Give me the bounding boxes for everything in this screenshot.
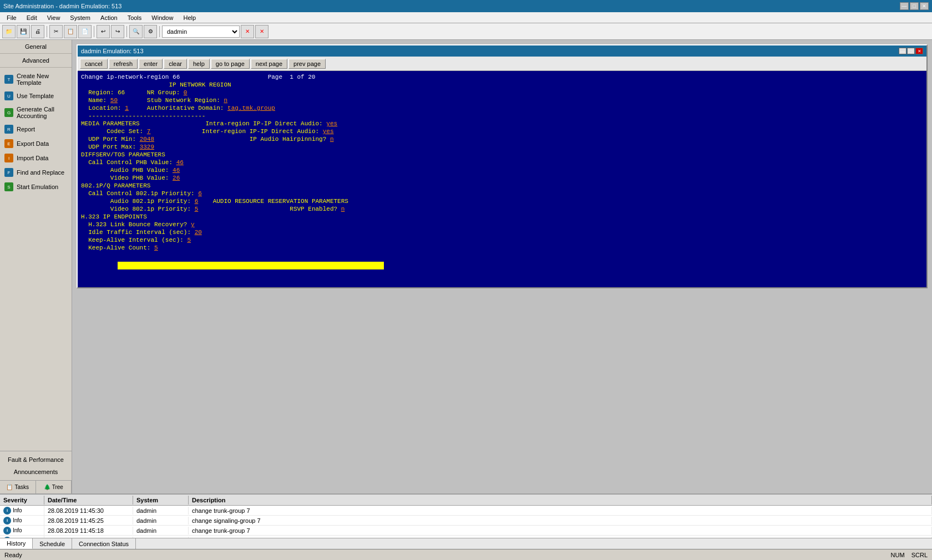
main-area: General Advanced T Create New Template U…: [0, 40, 932, 493]
menu-help[interactable]: Help: [179, 13, 200, 22]
terminal-line-2: Location: 1 Authoritative Domain: tag.tm…: [81, 104, 923, 112]
generate-call-icon: G: [4, 108, 13, 117]
terminal-line-15: Video 802.1p Priority: 5 RSVP Enabled? n: [81, 205, 923, 213]
menu-edit[interactable]: Edit: [22, 13, 42, 22]
terminal-line-7: UDP Port Max: 3329: [81, 143, 923, 151]
enter-btn[interactable]: enter: [139, 59, 163, 69]
menu-window[interactable]: Window: [147, 13, 178, 22]
terminal-line-8: DIFFSERV/TOS PARAMETERS: [81, 151, 923, 159]
close-button[interactable]: ✕: [920, 2, 929, 10]
emulation-toolbar: cancel refresh enter clear help go to pa…: [78, 57, 926, 71]
emulation-title: dadmin Emulation: 513: [81, 48, 144, 54]
terminal-line-10: Audio PHB Value: 46: [81, 166, 923, 174]
minimize-button[interactable]: —: [900, 2, 909, 10]
sidebar-header: General Advanced: [0, 40, 72, 68]
num-indicator: NUM: [891, 552, 905, 558]
toolbar-btn-3[interactable]: 🖨: [31, 25, 44, 38]
prev-page-btn[interactable]: prev page: [288, 59, 326, 69]
terminal-header: Change ip-network-region 66 Page 1 of 20: [81, 73, 923, 81]
toolbar-btn-9[interactable]: 🔍: [129, 25, 143, 38]
toolbar-connect-btn[interactable]: ✕: [241, 25, 254, 38]
terminal-center-title: IP NETWORK REGION: [81, 81, 923, 89]
next-page-btn[interactable]: next page: [251, 59, 287, 69]
start-emulation-icon: S: [4, 182, 13, 191]
sidebar-nav: T Create New Template U Use Template G G…: [0, 68, 72, 451]
terminal-line-17: H.323 Link Bounce Recovery? y: [81, 221, 923, 228]
title-bar-text: Site Administration - dadmin Emulation: …: [3, 3, 121, 9]
system-dropdown[interactable]: dadmin: [162, 26, 240, 38]
menu-file[interactable]: File: [2, 13, 21, 22]
toolbar-btn-1[interactable]: 📁: [2, 25, 16, 38]
terminal-line-19: Keep-Alive Interval (sec): 5: [81, 236, 923, 244]
toolbar-btn-6[interactable]: 📄: [78, 25, 92, 38]
sidebar-item-find-replace[interactable]: F Find and Replace: [0, 165, 72, 180]
emu-close-btn[interactable]: ✕: [915, 48, 923, 54]
sidebar-item-use-template[interactable]: U Use Template: [0, 89, 72, 103]
terminal-display[interactable]: Change ip-network-region 66 Page 1 of 20…: [78, 71, 926, 287]
maximize-button[interactable]: □: [910, 2, 919, 10]
go-to-page-btn[interactable]: go to page: [211, 59, 250, 69]
announcements-btn[interactable]: Announcements: [0, 466, 72, 478]
report-icon: R: [4, 125, 13, 134]
history-tab[interactable]: History: [0, 538, 33, 549]
toolbar-btn-2[interactable]: 💾: [17, 25, 30, 38]
clear-btn[interactable]: clear: [164, 59, 187, 69]
sidebar-item-report[interactable]: R Report: [0, 122, 72, 136]
fault-performance-btn[interactable]: Fault & Performance: [0, 454, 72, 466]
log-system-0: dadmin: [133, 507, 189, 515]
sidebar-item-create-template[interactable]: T Create New Template: [0, 70, 72, 89]
cancel-btn[interactable]: cancel: [80, 59, 108, 69]
toolbar-btn-7[interactable]: ↩: [97, 25, 110, 38]
menu-tools[interactable]: Tools: [123, 13, 146, 22]
connection-status-tab[interactable]: Connection Status: [72, 538, 136, 549]
create-template-icon: T: [4, 75, 13, 84]
menu-system[interactable]: System: [65, 13, 95, 22]
export-icon: E: [4, 139, 13, 148]
toolbar-btn-8[interactable]: ↪: [111, 25, 124, 38]
log-datetime-1: 28.08.2019 11:45:25: [44, 517, 133, 525]
terminal-line-12: 802.1P/Q PARAMETERS: [81, 182, 923, 190]
advanced-button[interactable]: Advanced: [0, 54, 72, 68]
col-system: System: [133, 496, 189, 505]
sidebar-item-import[interactable]: I Import Data: [0, 151, 72, 165]
terminal-line-9: Call Control PHB Value: 46: [81, 159, 923, 166]
sidebar-item-label: Use Template: [17, 93, 54, 99]
log-row: i Info 28.08.2019 11:45:25 dadmin change…: [0, 516, 932, 526]
toolbar: 📁 💾 🖨 ✂ 📋 📄 ↩ ↪ 🔍 ⚙ dadmin ✕ ✕: [0, 23, 932, 40]
log-table-header: Severity Date/Time System Description: [0, 495, 932, 506]
tree-tab[interactable]: 🌲 Tree: [36, 481, 72, 493]
refresh-btn[interactable]: refresh: [109, 59, 138, 69]
severity-icon-2: i: [3, 527, 11, 534]
menu-view[interactable]: View: [43, 13, 65, 22]
toolbar-disconnect-btn[interactable]: ✕: [255, 25, 269, 38]
help-btn[interactable]: help: [188, 59, 210, 69]
col-description: Description: [189, 496, 932, 505]
tasks-tab[interactable]: 📋 Tasks: [0, 481, 36, 493]
sidebar-item-start-emulation[interactable]: S Start Emulation: [0, 180, 72, 194]
emu-maximize-btn[interactable]: □: [907, 48, 915, 54]
status-text: Ready: [4, 552, 22, 558]
menu-bar: File Edit View System Action Tools Windo…: [0, 12, 932, 23]
emu-title-controls: — □ ✕: [899, 48, 923, 54]
toolbar-separator-2: [94, 26, 94, 37]
log-tabs: History Schedule Connection Status: [0, 538, 932, 549]
terminal-line-16: H.323 IP ENDPOINTS: [81, 213, 923, 221]
sidebar-item-label: Export Data: [17, 140, 49, 147]
log-description-0: change trunk-group 7: [189, 507, 932, 515]
emu-minimize-btn[interactable]: —: [899, 48, 906, 54]
terminal-line-20: Keep-Alive Count: 5: [81, 244, 923, 252]
sidebar-item-export[interactable]: E Export Data: [0, 136, 72, 151]
log-row: i Info 28.08.2019 11:45:18 dadmin change…: [0, 526, 932, 536]
menu-action[interactable]: Action: [96, 13, 122, 22]
scrl-indicator: SCRL: [911, 552, 928, 558]
terminal-line-4: MEDIA PARAMETERS Intra-region IP-IP Dire…: [81, 120, 923, 128]
toolbar-btn-5[interactable]: 📋: [64, 25, 77, 38]
toolbar-btn-4[interactable]: ✂: [49, 25, 63, 38]
sidebar-item-generate-call[interactable]: G Generate Call Accounting: [0, 103, 72, 122]
terminal-line-3: --------------------------------: [81, 112, 923, 120]
schedule-tab[interactable]: Schedule: [33, 538, 72, 549]
log-severity-0: i Info: [0, 506, 44, 515]
log-severity-1: i Info: [0, 516, 44, 525]
general-button[interactable]: General: [0, 40, 72, 54]
toolbar-btn-10[interactable]: ⚙: [144, 25, 157, 38]
